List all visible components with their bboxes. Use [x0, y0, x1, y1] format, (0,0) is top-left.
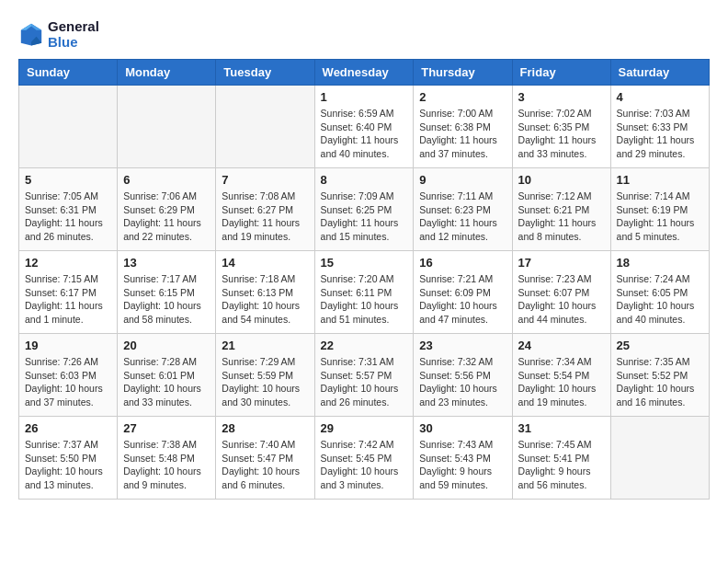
- day-info: Sunrise: 7:23 AM Sunset: 6:07 PM Dayligh…: [518, 272, 605, 327]
- calendar-cell: 8Sunrise: 7:09 AM Sunset: 6:25 PM Daylig…: [314, 168, 414, 251]
- day-number: 22: [321, 339, 408, 352]
- day-info: Sunrise: 7:42 AM Sunset: 5:45 PM Dayligh…: [321, 438, 408, 492]
- calendar-cell: 28Sunrise: 7:40 AM Sunset: 5:47 PM Dayli…: [216, 417, 314, 500]
- day-number: 18: [617, 256, 703, 270]
- col-header-tuesday: Tuesday: [216, 60, 314, 86]
- calendar-cell: 2Sunrise: 7:00 AM Sunset: 6:38 PM Daylig…: [414, 86, 512, 168]
- calendar-cell: 22Sunrise: 7:31 AM Sunset: 5:57 PM Dayli…: [314, 334, 414, 417]
- day-number: 5: [25, 173, 111, 187]
- day-number: 11: [617, 173, 703, 187]
- day-number: 28: [222, 421, 308, 435]
- col-header-wednesday: Wednesday: [314, 60, 414, 86]
- day-info: Sunrise: 7:17 AM Sunset: 6:15 PM Dayligh…: [123, 272, 210, 327]
- day-number: 29: [321, 421, 408, 435]
- day-info: Sunrise: 7:26 AM Sunset: 6:03 PM Dayligh…: [25, 355, 111, 409]
- day-number: 13: [123, 256, 210, 270]
- day-info: Sunrise: 7:02 AM Sunset: 6:35 PM Dayligh…: [518, 107, 605, 161]
- day-info: Sunrise: 7:45 AM Sunset: 5:41 PM Dayligh…: [518, 438, 605, 492]
- col-header-friday: Friday: [512, 60, 610, 86]
- day-info: Sunrise: 7:35 AM Sunset: 5:52 PM Dayligh…: [617, 355, 703, 409]
- day-info: Sunrise: 7:00 AM Sunset: 6:38 PM Dayligh…: [419, 107, 506, 161]
- day-info: Sunrise: 7:28 AM Sunset: 6:01 PM Dayligh…: [123, 355, 210, 409]
- calendar-cell: 29Sunrise: 7:42 AM Sunset: 5:45 PM Dayli…: [314, 417, 414, 500]
- day-number: 31: [518, 421, 605, 435]
- calendar-cell: [118, 86, 216, 168]
- day-number: 27: [123, 421, 210, 435]
- col-header-monday: Monday: [118, 60, 216, 86]
- calendar-cell: 15Sunrise: 7:20 AM Sunset: 6:11 PM Dayli…: [314, 251, 414, 334]
- day-number: 4: [617, 90, 703, 104]
- calendar-cell: 31Sunrise: 7:45 AM Sunset: 5:41 PM Dayli…: [512, 417, 610, 500]
- calendar-cell: 30Sunrise: 7:43 AM Sunset: 5:43 PM Dayli…: [414, 417, 512, 500]
- day-info: Sunrise: 7:29 AM Sunset: 5:59 PM Dayligh…: [222, 355, 308, 409]
- calendar-cell: 20Sunrise: 7:28 AM Sunset: 6:01 PM Dayli…: [118, 334, 216, 417]
- day-info: Sunrise: 7:15 AM Sunset: 6:17 PM Dayligh…: [25, 272, 111, 327]
- calendar-cell: 10Sunrise: 7:12 AM Sunset: 6:21 PM Dayli…: [512, 168, 610, 251]
- day-info: Sunrise: 7:08 AM Sunset: 6:27 PM Dayligh…: [222, 190, 308, 244]
- day-info: Sunrise: 7:34 AM Sunset: 5:54 PM Dayligh…: [518, 355, 605, 409]
- day-info: Sunrise: 7:05 AM Sunset: 6:31 PM Dayligh…: [25, 190, 111, 244]
- calendar-cell: 4Sunrise: 7:03 AM Sunset: 6:33 PM Daylig…: [610, 86, 709, 168]
- day-number: 3: [518, 90, 605, 104]
- day-info: Sunrise: 7:37 AM Sunset: 5:50 PM Dayligh…: [25, 438, 111, 492]
- day-info: Sunrise: 7:21 AM Sunset: 6:09 PM Dayligh…: [419, 272, 506, 327]
- day-info: Sunrise: 7:43 AM Sunset: 5:43 PM Dayligh…: [419, 438, 506, 492]
- calendar-cell: 16Sunrise: 7:21 AM Sunset: 6:09 PM Dayli…: [414, 251, 512, 334]
- calendar-cell: 19Sunrise: 7:26 AM Sunset: 6:03 PM Dayli…: [19, 334, 118, 417]
- calendar-cell: 18Sunrise: 7:24 AM Sunset: 6:05 PM Dayli…: [610, 251, 709, 334]
- day-number: 21: [222, 339, 308, 352]
- calendar-cell: [610, 417, 709, 500]
- day-number: 7: [222, 173, 308, 187]
- week-row-3: 12Sunrise: 7:15 AM Sunset: 6:17 PM Dayli…: [19, 251, 710, 334]
- calendar-cell: 5Sunrise: 7:05 AM Sunset: 6:31 PM Daylig…: [19, 168, 118, 251]
- day-number: 6: [123, 173, 210, 187]
- calendar-cell: 3Sunrise: 7:02 AM Sunset: 6:35 PM Daylig…: [512, 86, 610, 168]
- day-number: 24: [518, 339, 605, 352]
- calendar-cell: 27Sunrise: 7:38 AM Sunset: 5:48 PM Dayli…: [118, 417, 216, 500]
- day-info: Sunrise: 7:24 AM Sunset: 6:05 PM Dayligh…: [617, 272, 703, 327]
- calendar-cell: 25Sunrise: 7:35 AM Sunset: 5:52 PM Dayli…: [610, 334, 709, 417]
- day-number: 14: [222, 256, 308, 270]
- calendar-cell: 13Sunrise: 7:17 AM Sunset: 6:15 PM Dayli…: [118, 251, 216, 334]
- col-header-saturday: Saturday: [610, 60, 709, 86]
- day-number: 26: [25, 421, 111, 435]
- calendar-header-row: SundayMondayTuesdayWednesdayThursdayFrid…: [19, 60, 710, 86]
- day-number: 12: [25, 256, 111, 270]
- week-row-2: 5Sunrise: 7:05 AM Sunset: 6:31 PM Daylig…: [19, 168, 710, 251]
- calendar-cell: 21Sunrise: 7:29 AM Sunset: 5:59 PM Dayli…: [216, 334, 314, 417]
- day-number: 10: [518, 173, 605, 187]
- day-info: Sunrise: 7:31 AM Sunset: 5:57 PM Dayligh…: [321, 355, 408, 409]
- day-info: Sunrise: 7:32 AM Sunset: 5:56 PM Dayligh…: [419, 355, 506, 409]
- calendar-cell: 14Sunrise: 7:18 AM Sunset: 6:13 PM Dayli…: [216, 251, 314, 334]
- day-number: 19: [25, 339, 111, 352]
- day-number: 23: [419, 339, 506, 352]
- calendar-cell: 1Sunrise: 6:59 AM Sunset: 6:40 PM Daylig…: [314, 86, 414, 168]
- calendar-cell: 9Sunrise: 7:11 AM Sunset: 6:23 PM Daylig…: [414, 168, 512, 251]
- day-info: Sunrise: 7:18 AM Sunset: 6:13 PM Dayligh…: [222, 272, 308, 327]
- day-info: Sunrise: 7:09 AM Sunset: 6:25 PM Dayligh…: [321, 190, 408, 244]
- day-info: Sunrise: 7:11 AM Sunset: 6:23 PM Dayligh…: [419, 190, 506, 244]
- logo-text: General Blue: [48, 18, 99, 50]
- day-number: 8: [321, 173, 408, 187]
- day-number: 1: [321, 90, 408, 104]
- day-number: 2: [419, 90, 506, 104]
- day-number: 17: [518, 256, 605, 270]
- day-number: 30: [419, 421, 506, 435]
- day-info: Sunrise: 7:40 AM Sunset: 5:47 PM Dayligh…: [222, 438, 308, 492]
- calendar-cell: 11Sunrise: 7:14 AM Sunset: 6:19 PM Dayli…: [610, 168, 709, 251]
- day-info: Sunrise: 7:06 AM Sunset: 6:29 PM Dayligh…: [123, 190, 210, 244]
- calendar-cell: 6Sunrise: 7:06 AM Sunset: 6:29 PM Daylig…: [118, 168, 216, 251]
- day-info: Sunrise: 7:14 AM Sunset: 6:19 PM Dayligh…: [617, 190, 703, 244]
- day-info: Sunrise: 7:20 AM Sunset: 6:11 PM Dayligh…: [321, 272, 408, 327]
- col-header-sunday: Sunday: [19, 60, 118, 86]
- calendar-cell: [19, 86, 118, 168]
- day-number: 16: [419, 256, 506, 270]
- day-info: Sunrise: 7:03 AM Sunset: 6:33 PM Dayligh…: [617, 107, 703, 161]
- week-row-1: 1Sunrise: 6:59 AM Sunset: 6:40 PM Daylig…: [19, 86, 710, 168]
- day-number: 15: [321, 256, 408, 270]
- calendar-cell: 7Sunrise: 7:08 AM Sunset: 6:27 PM Daylig…: [216, 168, 314, 251]
- col-header-thursday: Thursday: [414, 60, 512, 86]
- day-number: 9: [419, 173, 506, 187]
- calendar-cell: 23Sunrise: 7:32 AM Sunset: 5:56 PM Dayli…: [414, 334, 512, 417]
- day-number: 20: [123, 339, 210, 352]
